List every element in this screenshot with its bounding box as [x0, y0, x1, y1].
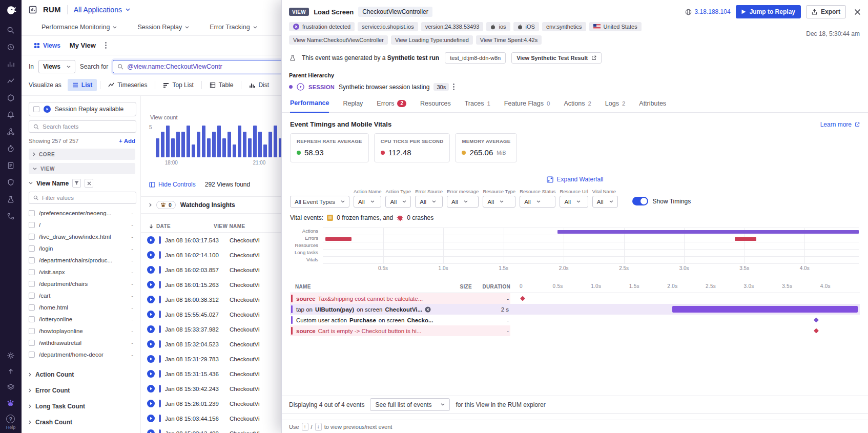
search-icon[interactable]	[7, 26, 15, 34]
checkbox[interactable]	[29, 281, 35, 287]
infrastructure-icon[interactable]	[7, 93, 15, 102]
dashboards-icon[interactable]	[7, 59, 15, 68]
view-synthetic-test-result-button[interactable]: View Synthetic Test Result	[511, 52, 602, 64]
nav-tab-performance-monitoring[interactable]: Performance Monitoring	[42, 24, 117, 31]
duration-column-header[interactable]: DURATION	[472, 284, 510, 290]
waterfall-bar[interactable]	[557, 230, 859, 234]
sort-descending-icon[interactable]	[149, 224, 153, 229]
help-button[interactable]: ? Help	[6, 415, 16, 430]
show-timings-toggle[interactable]: Show Timings	[632, 197, 691, 208]
history-icon[interactable]	[7, 43, 15, 51]
checkbox[interactable]	[29, 222, 35, 228]
logs-icon[interactable]	[7, 161, 15, 170]
meta-chip[interactable]: View Name:CheckoutViewController	[289, 35, 388, 45]
visualize-option-timeseries[interactable]: Timeseries	[104, 79, 152, 91]
filter-select[interactable]: All	[354, 196, 381, 208]
tag-frustration-detected[interactable]: frustration detected	[289, 22, 355, 31]
view-name-column-header[interactable]: VIEW NAME	[214, 223, 245, 229]
views-button[interactable]: Views	[34, 42, 60, 49]
organization-icon[interactable]	[6, 383, 15, 391]
checkbox[interactable]	[29, 352, 35, 358]
filter-select[interactable]: All	[385, 196, 411, 208]
facet-clear-icon[interactable]	[85, 179, 93, 188]
toggle-on-icon[interactable]	[632, 197, 648, 205]
metrics-icon[interactable]	[7, 76, 15, 85]
facet-filter-icon[interactable]	[72, 179, 81, 188]
settings-gear-icon[interactable]	[6, 351, 15, 360]
tab-resources[interactable]: Resources	[420, 99, 451, 112]
synthetics-icon[interactable]	[7, 195, 15, 203]
facet-value-row[interactable]: /visit.aspx-	[29, 266, 136, 278]
facet-value-row[interactable]: /howtoplayonline-	[29, 325, 136, 337]
name-column-header[interactable]: NAME	[290, 284, 444, 290]
session-replay-play-icon[interactable]	[147, 311, 155, 318]
checkbox[interactable]	[29, 316, 35, 322]
event-row[interactable]: Custom user action Purchase on screen Ch…	[290, 315, 860, 325]
tab-errors[interactable]: Errors2	[377, 99, 406, 112]
view-event-row[interactable]: Jan 08 16:02:03.857CheckoutVi	[141, 262, 281, 277]
tab-traces[interactable]: Traces1	[465, 99, 490, 112]
nav-tab-error-tracking[interactable]: Error Tracking	[210, 24, 257, 31]
session-options-kebab-icon[interactable]	[453, 84, 454, 90]
view-event-row[interactable]: Jan 08 15:30:42.243CheckoutVi	[141, 381, 281, 396]
learn-more-link[interactable]: Learn more	[820, 121, 860, 128]
facet-value-row[interactable]: /department/chairs-	[29, 278, 136, 290]
session-replay-play-icon[interactable]	[147, 236, 155, 244]
session-replay-play-icon[interactable]	[147, 340, 155, 348]
visualize-option-list[interactable]: List	[68, 79, 97, 91]
search-input[interactable]	[127, 63, 281, 70]
filter-select[interactable]: All	[447, 196, 479, 208]
date-column-header[interactable]: DATE	[156, 223, 171, 229]
event-row[interactable]: source Tax&shipping cost cannot be calcu…	[290, 293, 860, 304]
event-row[interactable]: source Cart is empty -> Checkout button …	[290, 325, 860, 336]
facet-value-row[interactable]: /-	[29, 219, 136, 231]
see-full-list-dropdown[interactable]: See full list of events	[370, 398, 450, 411]
facet-value-row[interactable]: /withdrawatretail-	[29, 337, 136, 348]
tab-actions[interactable]: Actions2	[564, 99, 591, 112]
ci-pipelines-icon[interactable]	[7, 212, 15, 220]
view-event-row[interactable]: Jan 08 15:32:04.523CheckoutVi	[141, 337, 281, 352]
datadog-logo-icon[interactable]	[5, 5, 17, 17]
filter-select[interactable]: All	[560, 196, 588, 208]
view-event-row[interactable]: Jan 08 16:00:38.312CheckoutVi	[141, 292, 281, 307]
hide-controls-button[interactable]: Hide Controls	[149, 181, 196, 188]
tag-ios[interactable]: iOS	[513, 22, 539, 31]
waterfall-bar[interactable]	[325, 237, 352, 241]
session-replay-play-icon[interactable]	[147, 415, 155, 422]
tab-replay[interactable]: Replay	[343, 99, 363, 112]
checkbox[interactable]	[29, 257, 35, 263]
facet-group-core[interactable]: CORE	[29, 149, 135, 160]
session-hierarchy-row[interactable]: SESSION Synthetic browser session lastin…	[282, 78, 868, 91]
filter-select[interactable]: All	[520, 196, 555, 208]
view-event-row[interactable]: Jan 08 15:02:13.409CheckoutVi	[141, 426, 281, 433]
checkbox[interactable]	[29, 304, 35, 311]
ip-address-link[interactable]: 3.18.188.104	[685, 8, 731, 15]
view-event-row[interactable]: Jan 08 15:31:29.783CheckoutVi	[141, 352, 281, 366]
checkbox[interactable]	[29, 269, 35, 275]
visualize-option-table[interactable]: Table	[205, 79, 238, 91]
session-replay-play-icon[interactable]	[147, 296, 155, 303]
filter-select[interactable]: All	[483, 196, 515, 208]
tag-ios[interactable]: ios	[486, 22, 510, 31]
facet-action-count[interactable]: Action Count	[29, 366, 136, 382]
bits-ai-icon[interactable]	[6, 399, 15, 407]
tab-feature-flags[interactable]: Feature Flags0	[504, 99, 550, 112]
session-replay-available-filter[interactable]: Session Replay available	[29, 102, 136, 116]
facet-value-row[interactable]: /live_draw_show/index.html-	[29, 231, 136, 242]
checkbox[interactable]	[29, 234, 35, 240]
view-event-row[interactable]: Jan 08 15:33:37.982CheckoutVi	[141, 322, 281, 337]
watchdog-insights[interactable]: 0 Watchdog Insights	[141, 196, 281, 214]
checkbox[interactable]	[33, 106, 39, 112]
session-replay-play-icon[interactable]	[147, 325, 155, 333]
facet-search-input[interactable]	[43, 123, 132, 130]
tab-performance[interactable]: Performance	[290, 99, 329, 113]
size-column-header[interactable]: SIZE	[444, 284, 472, 290]
meta-chip[interactable]: View Loading Type:undefined	[391, 35, 473, 45]
facet-value-row[interactable]: /cart-	[29, 290, 136, 301]
session-replay-play-icon[interactable]	[147, 370, 155, 378]
checkbox[interactable]	[29, 328, 35, 334]
facet-value-row[interactable]: /login-	[29, 242, 136, 254]
test-id-chip[interactable]: test_id:jm8-ddn-w8n	[445, 52, 506, 64]
view-name-facet-header[interactable]: View Name	[29, 179, 135, 188]
event-row[interactable]: tap on UIButton(pay) on screen CheckoutV…	[290, 304, 860, 315]
